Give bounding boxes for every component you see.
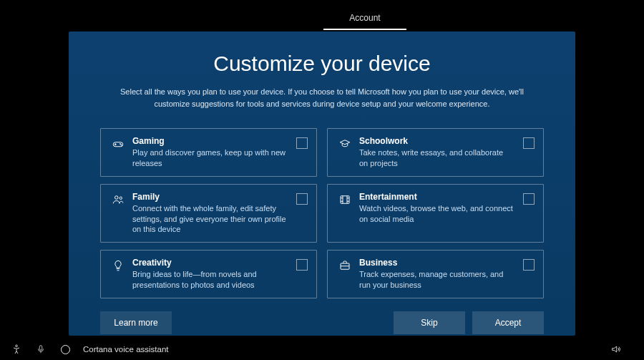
footer-buttons: Learn more Skip Accept [100, 298, 544, 334]
svg-rect-8 [39, 346, 42, 350]
graduation-cap-icon [336, 137, 353, 151]
tile-title: Schoolwork [359, 136, 517, 146]
svg-point-2 [121, 145, 122, 145]
tile-gaming[interactable]: Gaming Play and discover games, keep up … [100, 128, 317, 177]
tile-business[interactable]: Business Track expenses, manage customer… [327, 250, 544, 298]
tile-title: Family [132, 192, 291, 202]
checkbox[interactable] [523, 259, 535, 271]
film-icon [336, 193, 353, 207]
checkbox[interactable] [296, 193, 308, 205]
tile-desc: Track expenses, manage customers, and ru… [359, 269, 517, 291]
checkbox[interactable] [523, 193, 535, 205]
tile-desc: Take notes, write essays, and collaborat… [359, 147, 517, 169]
learn-more-button[interactable]: Learn more [100, 311, 172, 334]
tile-desc: Bring ideas to life—from novels and pres… [132, 269, 291, 291]
tile-desc: Connect with the whole family, edit safe… [132, 203, 291, 235]
tile-title: Business [359, 258, 517, 268]
tab-account[interactable]: Account [323, 13, 406, 30]
checkbox[interactable] [523, 137, 535, 149]
svg-point-4 [119, 197, 122, 199]
microphone-icon[interactable] [34, 343, 47, 356]
skip-button[interactable]: Skip [394, 311, 465, 334]
setup-panel: Customize your device Select all the way… [69, 31, 575, 336]
accessibility-icon[interactable] [10, 343, 23, 356]
tile-desc: Play and discover games, keep up with ne… [132, 147, 291, 169]
svg-point-1 [119, 143, 120, 144]
tile-schoolwork[interactable]: Schoolwork Take notes, write essays, and… [327, 128, 544, 177]
accept-button[interactable]: Accept [472, 311, 544, 334]
game-controller-icon [109, 137, 127, 151]
tile-family[interactable]: Family Connect with the whole family, ed… [100, 184, 317, 243]
briefcase-icon [336, 258, 353, 273]
cortana-icon[interactable] [59, 343, 72, 356]
people-icon [109, 193, 127, 207]
cortana-label: Cortana voice assistant [83, 345, 169, 354]
svg-rect-5 [341, 195, 349, 203]
tile-desc: Watch videos, browse the web, and connec… [359, 203, 517, 225]
volume-icon[interactable] [610, 343, 623, 356]
taskbar: Cortana voice assistant [0, 339, 644, 360]
tile-creativity[interactable]: Creativity Bring ideas to life—from nove… [100, 250, 317, 298]
usage-grid: Gaming Play and discover games, keep up … [100, 128, 544, 298]
tab-strip: Account [0, 13, 644, 30]
checkbox[interactable] [296, 137, 308, 149]
lightbulb-icon [109, 258, 127, 273]
tile-title: Entertainment [359, 192, 517, 202]
checkbox[interactable] [296, 259, 308, 271]
tile-entertainment[interactable]: Entertainment Watch videos, browse the w… [327, 184, 544, 243]
page-subtitle: Select all the ways you plan to use your… [114, 86, 530, 110]
tile-title: Gaming [132, 136, 291, 146]
svg-point-7 [16, 345, 18, 347]
tile-title: Creativity [132, 258, 291, 268]
page-title: Customize your device [100, 52, 544, 76]
svg-point-3 [115, 195, 119, 199]
